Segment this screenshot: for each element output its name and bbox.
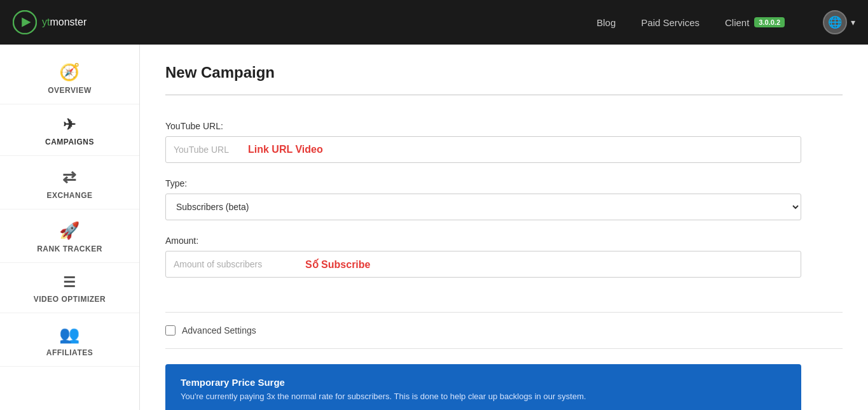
campaigns-icon: ✈ bbox=[63, 116, 76, 134]
amount-label: Amount: bbox=[165, 236, 843, 246]
sidebar: 🧭 OVERVIEW ✈ CAMPAIGNS ⇄ EXCHANGE 🚀 RANK… bbox=[0, 45, 140, 410]
blog-link[interactable]: Blog bbox=[596, 17, 616, 28]
notice-title: Temporary Price Surge bbox=[181, 377, 786, 388]
page-title: New Campaign bbox=[165, 64, 843, 95]
youtube-url-wrapper: Link URL Video bbox=[165, 136, 801, 163]
advanced-settings-section: Advanced Settings bbox=[165, 313, 843, 349]
sidebar-item-overview[interactable]: 🧭 OVERVIEW bbox=[0, 51, 139, 104]
amount-wrapper: Số Subscribe bbox=[165, 251, 801, 278]
rank-tracker-icon: 🚀 bbox=[59, 221, 80, 241]
sidebar-item-video-optimizer[interactable]: ☰ VIDEO OPTIMIZER bbox=[0, 263, 139, 313]
form-section: YouTube URL: Link URL Video Type: Subscr… bbox=[165, 115, 843, 313]
client-badge: Client 3.0.0.2 bbox=[725, 17, 785, 28]
affiliates-icon: 👥 bbox=[59, 325, 80, 344]
main-content: New Campaign YouTube URL: Link URL Video… bbox=[140, 45, 868, 410]
logo-icon bbox=[13, 10, 37, 34]
sidebar-item-affiliates[interactable]: 👥 AFFILIATES bbox=[0, 313, 139, 367]
chevron-down-icon: ▾ bbox=[851, 17, 855, 27]
sidebar-label-campaigns: CAMPAIGNS bbox=[45, 138, 94, 146]
video-optimizer-icon: ☰ bbox=[63, 274, 76, 291]
sidebar-label-overview: OVERVIEW bbox=[48, 86, 91, 95]
type-select[interactable]: Subscribers (beta) Views Likes bbox=[165, 194, 801, 220]
sidebar-item-rank-tracker[interactable]: 🚀 RANK TRACKER bbox=[0, 209, 139, 263]
notice-body: You're currently paying 3x the normal ra… bbox=[181, 392, 786, 410]
youtube-url-input[interactable] bbox=[165, 136, 801, 163]
sidebar-label-rank-tracker: RANK TRACKER bbox=[37, 244, 102, 253]
advanced-settings-label: Advanced Settings bbox=[182, 325, 256, 336]
avatar-button[interactable]: 🌐 ▾ bbox=[823, 10, 855, 34]
amount-input[interactable] bbox=[165, 251, 801, 278]
notice-box: Temporary Price Surge You're currently p… bbox=[165, 364, 801, 410]
main-layout: 🧭 OVERVIEW ✈ CAMPAIGNS ⇄ EXCHANGE 🚀 RANK… bbox=[0, 45, 868, 410]
logo-text: ytmonster bbox=[42, 17, 86, 28]
sidebar-label-affiliates: AFFILIATES bbox=[46, 348, 93, 357]
exchange-icon: ⇄ bbox=[62, 167, 77, 187]
top-navigation: ytmonster Blog Paid Services Client 3.0.… bbox=[0, 0, 868, 45]
svg-marker-1 bbox=[22, 17, 31, 27]
advanced-settings-checkbox[interactable] bbox=[165, 325, 176, 336]
overview-icon: 🧭 bbox=[59, 62, 80, 82]
sidebar-label-exchange: EXCHANGE bbox=[46, 191, 92, 200]
version-tag: 3.0.0.2 bbox=[754, 17, 785, 27]
nav-links: Blog Paid Services Client 3.0.0.2 🌐 ▾ bbox=[596, 10, 855, 34]
amount-group: Amount: Số Subscribe bbox=[165, 236, 843, 278]
avatar: 🌐 bbox=[823, 10, 847, 34]
sidebar-item-campaigns[interactable]: ✈ CAMPAIGNS bbox=[0, 104, 139, 156]
paid-services-link[interactable]: Paid Services bbox=[641, 17, 699, 28]
type-group: Type: Subscribers (beta) Views Likes bbox=[165, 178, 843, 220]
logo-area: ytmonster bbox=[13, 10, 596, 34]
youtube-url-label: YouTube URL: bbox=[165, 121, 843, 131]
type-label: Type: bbox=[165, 178, 843, 188]
sidebar-label-video-optimizer: VIDEO OPTIMIZER bbox=[34, 295, 106, 304]
sidebar-item-exchange[interactable]: ⇄ EXCHANGE bbox=[0, 156, 139, 209]
youtube-url-group: YouTube URL: Link URL Video bbox=[165, 121, 843, 163]
